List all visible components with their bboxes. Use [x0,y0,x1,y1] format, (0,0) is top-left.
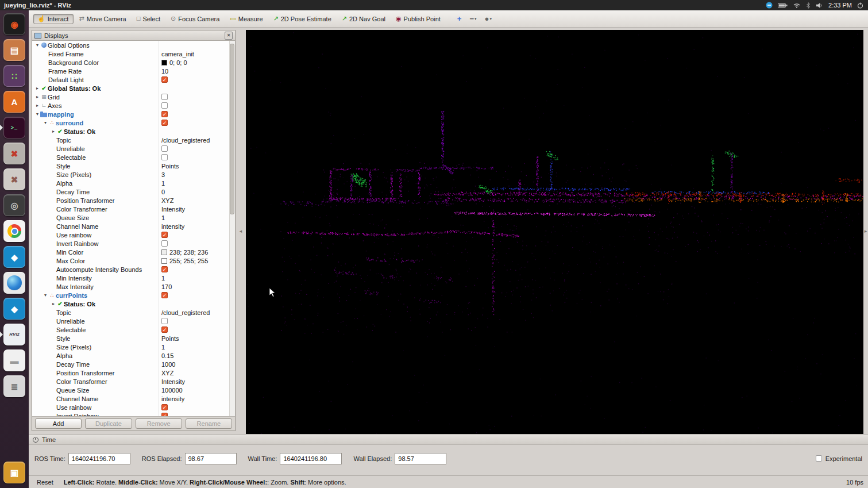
display-tree-row[interactable]: Channel Nameintensity [32,394,235,403]
launcher-item-system-tools[interactable]: ✖ [3,143,25,164]
display-tree-row[interactable]: ▾mapping✓ [32,110,235,118]
color-swatch[interactable] [161,60,167,66]
property-value[interactable]: intensity [161,395,184,402]
display-tree-row[interactable]: Queue Size1 [32,213,235,222]
display-tree-row[interactable]: Use rainbow✓ [32,230,235,239]
expander-icon[interactable]: ▸ [34,94,40,99]
property-value[interactable]: 170 [161,283,172,290]
display-tree-row[interactable]: Max Color255; 255; 255 [32,256,235,265]
power-icon[interactable] [857,2,863,9]
display-tree-row[interactable]: Topic/cloud_registered [32,136,235,144]
property-value[interactable]: Intensity [161,206,185,213]
launcher-item-disk-utility[interactable]: ◎ [3,194,25,216]
property-value[interactable]: 100000 [161,387,183,394]
launcher-item-files[interactable]: ▤ [3,39,25,61]
launcher-item-network-sphere[interactable] [3,272,25,294]
property-checkbox[interactable]: ✓ [161,232,168,238]
tool-2d-nav-goal[interactable]: ↗2D Nav Goal [338,14,391,24]
display-tree-row[interactable]: Unreliable [32,317,235,325]
expander-icon[interactable]: ▾ [34,43,40,48]
tool-move-camera[interactable]: ⇄Move Camera [75,14,131,24]
experimental-checkbox[interactable] [816,455,822,462]
expander-icon[interactable]: ▸ [34,103,40,108]
property-value[interactable]: camera_init [161,51,194,57]
tool-2d-pose-estimate[interactable]: ↗2D Pose Estimate [269,14,337,24]
ros-elapsed-input[interactable] [185,453,237,464]
color-swatch[interactable] [161,258,167,264]
property-checkbox[interactable]: ✓ [161,76,168,83]
property-value[interactable]: 1 [161,344,165,351]
3d-viewport[interactable] [246,30,863,434]
display-tree-row[interactable]: Use rainbow✓ [32,403,235,412]
tool-focus-camera[interactable]: ⊙Focus Camera [167,14,225,24]
wall-elapsed-input[interactable] [395,453,446,464]
property-value[interactable]: XYZ [161,370,173,376]
display-tree-row[interactable]: ▾∴currPoints✓ [32,291,235,299]
property-value[interactable]: /cloud_registered [161,309,210,316]
tool-add-tool-button[interactable]: + [455,14,464,24]
tool-select[interactable]: □Select [133,14,165,24]
expander-icon[interactable]: ▾ [43,120,48,125]
property-value[interactable]: 3 [161,171,165,178]
property-checkbox[interactable] [161,318,168,324]
expander-icon[interactable]: ▸ [51,129,56,134]
display-tree-row[interactable]: Selectable✓ [32,325,235,334]
property-value[interactable]: Intensity [161,378,185,385]
property-checkbox[interactable] [161,102,168,109]
launcher-item-vscode-2[interactable]: ◆ [3,298,25,320]
property-checkbox[interactable] [161,145,168,152]
property-value[interactable]: 0; 0; 0 [169,59,187,66]
display-tree-row[interactable]: Unreliable [32,144,235,153]
property-value[interactable]: intensity [161,223,184,230]
property-checkbox[interactable] [161,240,168,247]
launcher-item-rviz[interactable]: RVIz [3,324,25,345]
wifi-icon[interactable] [793,2,801,8]
launcher-item-plugin[interactable]: ≣ [3,375,25,397]
remove-button[interactable]: Remove [136,418,182,429]
expander-icon[interactable]: ▸ [51,301,56,306]
bluetooth-icon[interactable] [806,2,811,9]
ros-time-input[interactable] [68,453,130,464]
launcher-item-archive[interactable]: ▬ [3,349,25,371]
volume-icon[interactable] [816,2,823,9]
display-tree-row[interactable]: Size (Pixels)1 [32,343,235,351]
tool-interact[interactable]: ☝Interact [33,14,74,24]
display-tree-row[interactable]: Position TransformerXYZ [32,196,235,205]
display-tree-row[interactable]: Channel Nameintensity [32,222,235,230]
display-tree-row[interactable]: Topic/cloud_registered [32,308,235,317]
property-value[interactable]: 1 [161,180,165,187]
color-swatch[interactable] [161,249,167,255]
launcher-item-app-dots[interactable]: ∷ [3,65,25,87]
tool-measure[interactable]: ▭Measure [226,14,268,24]
reset-button[interactable]: Reset [33,478,57,486]
close-panel-button[interactable]: ✕ [225,32,233,40]
display-tree-row[interactable]: StylePoints [32,162,235,170]
expander-icon[interactable]: ▸ [34,86,40,91]
launcher-item-dash-home[interactable]: ◉ [3,13,25,35]
clock[interactable]: 2:33 PM [828,2,852,9]
property-value[interactable]: 1 [161,275,165,282]
display-tree-row[interactable]: Autocompute Intensity Bounds✓ [32,265,235,274]
displays-scrollbar[interactable] [229,41,235,416]
property-value[interactable]: Points [161,163,179,170]
tool-publish-point[interactable]: ◉Publish Point [392,14,446,24]
display-tree-row[interactable]: Frame Rate10 [32,67,235,75]
display-tree-row[interactable]: Queue Size100000 [32,386,235,394]
display-tree-row[interactable]: Default Light✓ [32,75,235,84]
property-checkbox[interactable]: ✓ [161,404,168,410]
property-checkbox[interactable]: ✓ [161,326,168,333]
panel-splitter[interactable]: ◂ [236,28,246,434]
display-tree-row[interactable]: Alpha0.15 [32,351,235,360]
display-tree-row[interactable]: Decay Time1000 [32,360,235,368]
display-tree-row[interactable]: ▾Global Options [32,41,235,49]
launcher-item-tweak-tool[interactable]: ✖ [3,168,25,190]
property-checkbox[interactable]: ✓ [161,292,168,298]
display-tree-row[interactable]: StylePoints [32,334,235,343]
property-value[interactable]: 10 [161,68,168,75]
property-value[interactable]: /cloud_registered [161,137,210,144]
launcher-item-software[interactable]: ▣ [3,462,25,483]
rename-button[interactable]: Rename [186,418,232,429]
property-checkbox[interactable]: ✓ [161,111,168,117]
display-tree-row[interactable]: ▸✔Status: Ok [32,127,235,136]
display-tree-row[interactable]: Color TransformerIntensity [32,205,235,213]
